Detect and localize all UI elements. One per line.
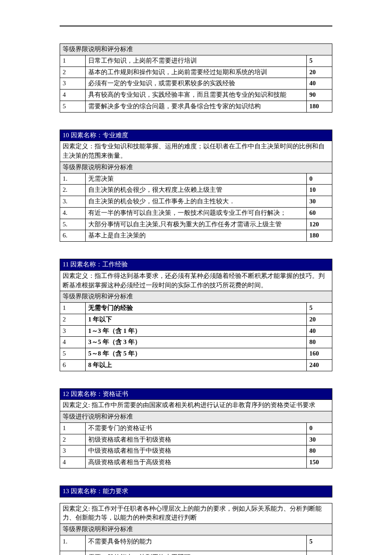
desc-cell: 初级资格或者相当于初级资格	[86, 434, 307, 445]
desc-cell: 中级资格或者相当于中级资格	[86, 445, 307, 457]
table-row: 3必须有一定的专业知识，或需要积累较多的实践经验40	[60, 78, 332, 90]
factor-title: 10 因素名称：专业难度	[60, 130, 332, 141]
page-top-rule	[60, 26, 332, 26]
table-row: 5.大部分事情可以自主决策,只有极为重大的工作任务才需请示上级主管120	[60, 219, 332, 230]
desc-cell: 无需决策	[86, 173, 307, 185]
score-cell: 0	[306, 173, 332, 185]
table-row: 2基本的工作规则和操作知识，上岗前需要经过短期和系统的培训20	[60, 66, 332, 78]
table-row: 43～5 年（含 3 年）80	[60, 337, 332, 348]
table-row: 5需要解决多专业的综合问题，要求具备综合性专家的知识结构180	[60, 101, 332, 112]
factor-table: 11 因素名称：工作经验 因素定义：指工作得达到基本要求，还必须有某种必须随着经…	[60, 259, 332, 371]
score-cell: 150	[306, 457, 332, 468]
table-row: 3中级资格或者相当于中级资格80	[60, 445, 332, 457]
desc-cell: 自主决策的机会较少，但工作事务上的自主性较大．	[86, 196, 307, 208]
score-cell: 30	[306, 434, 332, 445]
scale-rows: 1.无需决策02.自主决策的机会很少，很大程度上依赖上级主管103.自主决策的机…	[60, 173, 332, 242]
level-cell: 4.	[60, 207, 86, 219]
table-row: 1.无需决策0	[60, 173, 332, 185]
scale-header-row: 等级进行说明和评分标准	[60, 411, 332, 423]
score-cell: 80	[306, 337, 332, 348]
score-cell: 90	[306, 90, 332, 101]
factor-table: 10 因素名称：专业难度 因素定义：指专业知识和技能掌握、运用的难度；以任职者在…	[60, 130, 332, 242]
level-cell: 1	[60, 422, 86, 434]
level-cell: 1.	[60, 535, 86, 551]
scale-header: 等级界限说明和评分标准	[60, 291, 332, 303]
table-row: 4具有较高的专业知识，实践经验丰富，而且需要其他专业的知识和技能90	[60, 90, 332, 101]
scale-header: 等级界限说明和评分标准	[60, 524, 332, 535]
table-row: 1.不需要具备特别的能力5	[60, 535, 332, 551]
score-cell: 60	[306, 207, 332, 219]
level-cell: 6	[60, 359, 86, 371]
table-row: 55～8 年（含 5 年）160	[60, 348, 332, 360]
table-row: 1不需要专门的资格证书0	[60, 422, 332, 434]
table-row: 4.有近一半的事情可以自主决策，一般技术问题或专业工作可自行解决；60	[60, 207, 332, 219]
level-cell: 1	[60, 55, 86, 66]
level-cell: 1.	[60, 173, 86, 185]
score-cell: 0	[306, 422, 332, 434]
table-row: 68 年以上240	[60, 359, 332, 371]
factor-block-11: 11 因素名称：工作经验 因素定义：指工作得达到基本要求，还必须有某种必须随着经…	[60, 259, 332, 371]
score-cell: 20	[306, 314, 332, 325]
factor-title-row: 10 因素名称：专业难度	[60, 130, 332, 141]
scale-header: 等级界限说明和评分标准	[60, 44, 332, 55]
table-row: 3.自主决策的机会较少，但工作事务上的自主性较大．30	[60, 196, 332, 208]
level-cell: 4	[60, 457, 86, 468]
table-row: 31～3 年（含 1 年）40	[60, 325, 332, 337]
factor-definition-row: 因素定义：指工作得达到基本要求，还必须有某种必须随着经验不断积累才能掌握的技巧。…	[60, 270, 332, 291]
level-cell: 2.	[60, 185, 86, 196]
score-cell: 180	[306, 101, 332, 112]
factor-block-12: 12 因素名称：资格证书 因素定义: 指工作中所需要的由国家或者相关机构进行认证…	[60, 388, 332, 468]
table-row: 21 年以下20	[60, 314, 332, 325]
factor-block-13: 13 因素名称：能力要求 因素定义: 指工作对于任职者各种心理层次上的能力的要求…	[60, 486, 332, 555]
score-cell: 5	[306, 535, 332, 551]
level-cell: 4	[60, 90, 86, 101]
score-cell: 240	[306, 359, 332, 371]
desc-cell: 不需要具备特别的能力	[86, 535, 307, 551]
desc-cell: 自主决策的机会很少，很大程度上依赖上级主管	[86, 185, 307, 196]
factor-definition: 因素定义：指专业知识和技能掌握、运用的难度；以任职者在工作中自主决策时间的比例和…	[60, 141, 332, 162]
desc-cell: 具有较高的专业知识，实践经验丰富，而且需要其他专业的知识和技能	[86, 90, 307, 101]
factor-table: 等级界限说明和评分标准 1日常工作知识，上岗前不需要进行培训52基本的工作规则和…	[60, 43, 332, 113]
desc-cell: 高级资格或者相当于高级资格	[86, 457, 307, 468]
factor-definition: 因素定义：指工作得达到基本要求，还必须有某种必须随着经验不断积累才能掌握的技巧。…	[60, 270, 332, 291]
scale-header-row: 等级界限说明和评分标准	[60, 291, 332, 303]
table-row: 2.自主决策的机会很少，很大程度上依赖上级主管10	[60, 185, 332, 196]
factor-title-row: 13 因素名称：能力要求	[60, 486, 332, 497]
scale-rows: 1日常工作知识，上岗前不需要进行培训52基本的工作规则和操作知识，上岗前需要经过…	[60, 55, 332, 112]
desc-cell: 大部分事情可以自主决策,只有极为重大的工作任务才需请示上级主管	[86, 219, 307, 230]
factor-table: 12 因素名称：资格证书 因素定义: 指工作中所需要的由国家或者相关机构进行认证…	[60, 388, 332, 468]
level-cell: 4	[60, 337, 86, 348]
factor-definition-row: 因素定义：指专业知识和技能掌握、运用的难度；以任职者在工作中自主决策时间的比例和…	[60, 141, 332, 162]
spacer	[60, 497, 332, 503]
scale-rows: 1不需要专门的资格证书02初级资格或者相当于初级资格303中级资格或者相当于中级…	[60, 422, 332, 468]
factor-table: 13 因素名称：能力要求 因素定义: 指工作对于任职者各种心理层次上的能力的要求…	[60, 486, 332, 555]
scale-header-row: 等级界限说明和评分标准	[60, 162, 332, 173]
factor-title: 11 因素名称：工作经验	[60, 259, 332, 271]
desc-cell: 需要解决多专业的综合问题，要求具备综合性专家的知识结构	[86, 101, 307, 112]
score-cell: 80	[306, 445, 332, 457]
level-cell: 3	[60, 445, 86, 457]
factor-definition: 因素定义: 指工作中所需要的由国家或者相关机构进行认证的非教育序列的资格类证书要…	[60, 400, 332, 411]
desc-cell: 不需要专门的资格证书	[86, 422, 307, 434]
score-cell: 40	[306, 325, 332, 337]
score-cell: 5	[306, 55, 332, 66]
table-row: 6.基本上是自主决策的180	[60, 230, 332, 242]
factor-block-9partial: 等级界限说明和评分标准 1日常工作知识，上岗前不需要进行培训52基本的工作规则和…	[60, 43, 332, 113]
scale-rows: 1无需专门的经验521 年以下2031～3 年（含 1 年）4043～5 年（含…	[60, 303, 332, 371]
table-row: 1日常工作知识，上岗前不需要进行培训5	[60, 55, 332, 66]
factor-definition-row: 因素定义: 指工作中所需要的由国家或者相关机构进行认证的非教育序列的资格类证书要…	[60, 400, 332, 411]
level-cell: 5.	[60, 219, 86, 230]
score-cell: 20	[306, 66, 332, 78]
level-cell: 5	[60, 348, 86, 360]
desc-cell: 基本的工作规则和操作知识，上岗前需要经过短期和系统的培训	[86, 66, 307, 78]
desc-cell: 必须有一定的专业知识，或需要积累较多的实践经验	[86, 78, 307, 90]
scale-header-row: 等级界限说明和评分标准	[60, 524, 332, 535]
level-cell: 6.	[60, 230, 86, 242]
factor-title: 12 因素名称：资格证书	[60, 388, 332, 400]
desc-cell: 日常工作知识，上岗前不需要进行培训	[86, 55, 307, 66]
scale-header: 等级进行说明和评分标准	[60, 411, 332, 423]
level-cell: 3	[60, 325, 86, 337]
level-cell: 3	[60, 78, 86, 90]
score-cell: 120	[306, 219, 332, 230]
factor-title-row: 12 因素名称：资格证书	[60, 388, 332, 400]
